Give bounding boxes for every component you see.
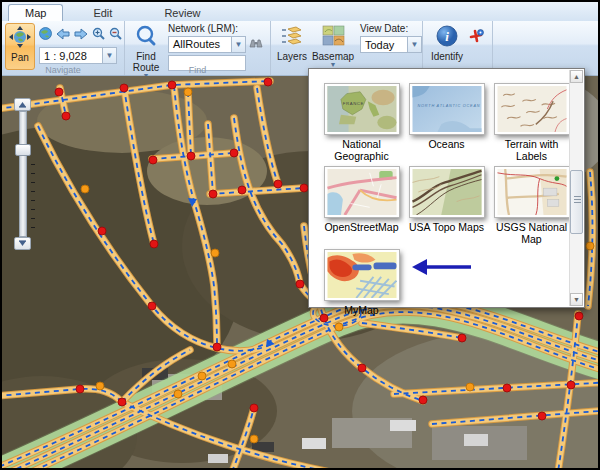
scrollbar-up-arrow[interactable]: ▲ bbox=[570, 70, 583, 83]
application-window: Map Edit Review Pan bbox=[0, 0, 600, 470]
slider-tick bbox=[31, 200, 35, 201]
svg-text:NORTH ATLANTIC OCEAN: NORTH ATLANTIC OCEAN bbox=[417, 104, 480, 108]
thumbnail-oceans[interactable]: NORTH ATLANTIC OCEAN bbox=[409, 83, 485, 135]
ribbon-group-navigate: Pan bbox=[2, 21, 124, 75]
slider-tick bbox=[31, 191, 35, 192]
thumbnail-openstreetmap[interactable] bbox=[324, 166, 400, 218]
view-date-combobox[interactable]: Today ▼ bbox=[360, 36, 422, 53]
basemap-item-oceans[interactable]: NORTH ATLANTIC OCEAN Oceans bbox=[404, 83, 489, 162]
find-group-label: Find bbox=[125, 65, 270, 75]
zoom-slider-bottom-button[interactable] bbox=[14, 237, 31, 250]
layers-button[interactable]: Layers bbox=[274, 23, 310, 64]
tab-edit[interactable]: Edit bbox=[77, 5, 128, 21]
slider-tick bbox=[31, 218, 35, 219]
tab-review[interactable]: Review bbox=[148, 5, 216, 21]
basemap-item-label: Terrain with Labels bbox=[492, 138, 572, 162]
pan-globe-icon bbox=[9, 26, 31, 50]
gallery-scrollbar[interactable]: ▲ ▼ bbox=[569, 70, 583, 306]
scrollbar-down-arrow[interactable]: ▼ bbox=[570, 293, 583, 306]
zoom-slider-handle[interactable] bbox=[15, 144, 31, 156]
ribbon-group-identify: i Identify bbox=[422, 21, 492, 75]
slider-tick bbox=[31, 182, 35, 183]
map-zoom-slider[interactable] bbox=[14, 98, 34, 250]
identify-label: Identify bbox=[431, 51, 463, 62]
slider-tick bbox=[31, 173, 35, 174]
basemap-gallery-grid: FRANCE National Geographic NORTH ATLANTI… bbox=[319, 83, 569, 316]
selection-arrow-icon bbox=[411, 257, 473, 277]
zoom-slider-track[interactable] bbox=[19, 111, 27, 237]
basemap-button[interactable]: Basemap ▼ bbox=[310, 23, 356, 69]
thumbnail-usa-topo-maps[interactable] bbox=[409, 166, 485, 218]
zoom-in-icon[interactable] bbox=[92, 26, 105, 44]
basemap-gallery-panel: FRANCE National Geographic NORTH ATLANTI… bbox=[308, 68, 585, 308]
basemap-item-usgs-national-map[interactable]: USGS National Map bbox=[489, 166, 574, 245]
basemap-item-label: MyMap bbox=[322, 304, 402, 316]
network-lrm-label: Network (LRM): bbox=[168, 23, 264, 34]
tab-map[interactable]: Map bbox=[8, 4, 63, 21]
pan-button[interactable]: Pan bbox=[5, 23, 35, 70]
thumbnail-national-geographic[interactable]: FRANCE bbox=[324, 83, 400, 135]
scrollbar-thumb[interactable] bbox=[570, 170, 583, 234]
ribbon-group-display: Layers Basemap ▼ View Date: bbox=[270, 21, 422, 75]
basemap-item-openstreetmap[interactable]: OpenStreetMap bbox=[319, 166, 404, 245]
basemap-item-national-geographic[interactable]: FRANCE National Geographic bbox=[319, 83, 404, 162]
basemap-item-label: USGS National Map bbox=[492, 221, 572, 245]
basemap-item-label: USA Topo Maps bbox=[407, 221, 487, 233]
svg-text:FRANCE: FRANCE bbox=[342, 101, 363, 106]
basemap-item-mymap[interactable]: MyMap bbox=[319, 249, 404, 316]
ribbon-empty-space bbox=[492, 21, 598, 75]
add-point-event-icon[interactable] bbox=[468, 29, 484, 49]
ribbon-tab-bar: Map Edit Review bbox=[2, 2, 598, 21]
navigate-group-label: Navigate bbox=[2, 65, 124, 75]
thumbnail-mymap[interactable] bbox=[324, 249, 400, 301]
basemap-dropdown-caret-icon: ▼ bbox=[330, 62, 337, 67]
identify-button[interactable]: i Identify bbox=[426, 23, 468, 64]
scale-combobox[interactable]: 1 : 9,028 ▼ bbox=[39, 47, 117, 64]
view-date-dropdown-arrow-icon[interactable]: ▼ bbox=[407, 37, 421, 52]
pan-button-label: Pan bbox=[11, 52, 29, 63]
basemap-tiles-icon bbox=[322, 25, 345, 49]
layers-label: Layers bbox=[277, 51, 307, 62]
layers-icon bbox=[280, 25, 304, 49]
scale-dropdown-arrow-icon[interactable]: ▼ bbox=[102, 48, 116, 63]
identify-info-icon: i bbox=[436, 25, 458, 49]
binoculars-search-icon[interactable] bbox=[249, 35, 263, 53]
zoom-out-icon[interactable] bbox=[109, 26, 122, 44]
view-date-label: View Date: bbox=[360, 23, 422, 34]
basemap-item-label: OpenStreetMap bbox=[322, 221, 402, 233]
basemap-item-usa-topo-maps[interactable]: USA Topo Maps bbox=[404, 166, 489, 245]
svg-text:i: i bbox=[445, 29, 449, 44]
basemap-item-terrain-with-labels[interactable]: Terrain with Labels bbox=[489, 83, 574, 162]
thumbnail-terrain-with-labels[interactable] bbox=[494, 83, 570, 135]
network-combobox[interactable]: AllRoutes ▼ bbox=[168, 36, 246, 53]
thumbnail-usgs-national-map[interactable] bbox=[494, 166, 570, 218]
full-extent-globe-icon[interactable] bbox=[39, 26, 52, 44]
previous-extent-arrow-icon[interactable] bbox=[56, 26, 70, 44]
slider-tick bbox=[31, 164, 35, 165]
basemap-item-label: Oceans bbox=[407, 138, 487, 150]
scrollbar-grip bbox=[574, 199, 581, 200]
view-date-value: Today bbox=[361, 39, 407, 51]
network-dropdown-arrow-icon[interactable]: ▼ bbox=[231, 37, 245, 52]
zoom-slider-top-button[interactable] bbox=[14, 98, 31, 111]
slider-tick bbox=[31, 227, 35, 228]
next-extent-arrow-icon[interactable] bbox=[74, 26, 88, 44]
slider-tick bbox=[31, 209, 35, 210]
find-route-magnifier-icon bbox=[135, 25, 157, 49]
scale-value: 1 : 9,028 bbox=[40, 50, 102, 62]
basemap-item-label: National Geographic bbox=[322, 138, 402, 162]
ribbon-group-find: Find Route ▼ Network (LRM): AllRoutes ▼ bbox=[124, 21, 270, 75]
network-value: AllRoutes bbox=[169, 38, 231, 50]
